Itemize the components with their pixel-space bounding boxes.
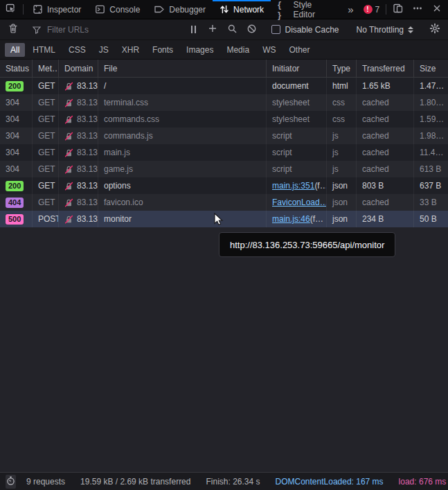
tab-debugger[interactable]: Debugger [147, 0, 213, 19]
filter-chip-html[interactable]: HTML [27, 43, 61, 57]
request-row[interactable]: 304GET83.136.25…main.jsscriptjscached11.… [0, 144, 448, 161]
initiator-link[interactable]: FaviconLoad… [272, 198, 327, 207]
disable-cache-toggle[interactable]: Disable Cache [266, 25, 344, 35]
search-button[interactable] [222, 24, 242, 36]
tab-console[interactable]: Console [88, 0, 147, 19]
console-icon [95, 4, 105, 15]
disable-cache-checkbox[interactable] [271, 25, 280, 34]
cell-size: 1.59… [414, 111, 448, 128]
cell-method: GET [33, 161, 59, 177]
new-request-button[interactable] [203, 24, 222, 35]
filter-chip-images[interactable]: Images [181, 43, 219, 57]
meatball-menu-icon [412, 3, 423, 16]
cell-transferred: 803 B [357, 177, 414, 194]
column-header-size[interactable]: Size [414, 60, 448, 77]
cell-transferred: cached [357, 128, 414, 144]
column-header-met[interactable]: Met… [33, 60, 59, 77]
cell-size: 637 B [414, 177, 448, 194]
performance-analysis-button[interactable] [6, 475, 16, 489]
block-icon [247, 24, 257, 36]
tab-inspector[interactable]: Inspector [26, 0, 88, 19]
cell-initiator: main.js:351 (f… [267, 177, 327, 194]
cell-status: 304 [0, 111, 33, 128]
filter-chip-ws[interactable]: WS [257, 43, 281, 57]
filter-chip-all[interactable]: All [5, 43, 25, 57]
cell-file: main.js [98, 144, 267, 161]
cell-status: 304 [0, 94, 33, 111]
cell-file: terminal.css [98, 94, 267, 111]
column-header-type[interactable]: Type [327, 60, 357, 77]
request-row[interactable]: 304GET83.136.25…commands.cssstylesheetcs… [0, 111, 448, 128]
filter-urls-input[interactable] [46, 24, 183, 35]
network-statusbar: 9 requests 19.59 kB / 2.69 kB transferre… [0, 472, 448, 490]
domain-text: 83.136.25… [77, 98, 98, 107]
network-settings-button[interactable] [425, 23, 445, 36]
filter-chip-fonts[interactable]: Fonts [147, 43, 179, 57]
cell-domain: 83.136.25… [59, 128, 98, 144]
cell-method: GET [33, 78, 59, 94]
insecure-lock-icon [64, 148, 73, 157]
filter-chip-media[interactable]: Media [221, 43, 255, 57]
cell-size: 33 B [414, 194, 448, 211]
gear-icon [429, 23, 440, 36]
pick-element-button[interactable] [1, 0, 21, 19]
filter-chip-js[interactable]: JS [93, 43, 114, 57]
cell-size: 1.80… [414, 94, 448, 111]
cell-size: 50 B [414, 211, 448, 227]
close-devtools-button[interactable] [427, 0, 447, 19]
responsive-mode-button[interactable] [388, 0, 408, 19]
inspector-icon [33, 4, 43, 15]
meatball-menu-button[interactable] [408, 0, 427, 19]
cell-transferred: cached [357, 111, 414, 128]
cell-type: js [327, 144, 357, 161]
cell-domain: 83.136.25… [59, 78, 98, 94]
cell-file: options [98, 177, 267, 194]
request-row[interactable]: 200GET83.136.25…/documenthtml1.65 kB1.47… [0, 78, 448, 94]
column-header-status[interactable]: Status [0, 60, 33, 77]
tab-label: Style Editor [294, 0, 336, 19]
request-row[interactable]: 304GET83.136.25…terminal.cssstylesheetcs… [0, 94, 448, 111]
tab-label: Network [233, 5, 264, 15]
filter-chip-other[interactable]: Other [283, 43, 315, 57]
request-row[interactable]: 404GET83.136.25…favicon.icoFaviconLoad…j… [0, 194, 448, 211]
cell-file: favicon.ico [98, 194, 267, 211]
funnel-icon [32, 25, 42, 35]
column-header-file[interactable]: File [98, 60, 267, 77]
insecure-lock-icon [64, 182, 73, 191]
filter-chip-css[interactable]: CSS [63, 43, 91, 57]
status-badge: 304 [6, 164, 19, 174]
pause-traffic-button[interactable] [183, 26, 203, 33]
status-badge: 304 [6, 131, 19, 141]
chevron-double-right-icon: » [348, 3, 353, 15]
tab-style-editor[interactable]: { }Style Editor [271, 0, 342, 19]
request-row[interactable]: 304GET83.136.25…game.jsscriptjscached613… [0, 161, 448, 177]
cell-initiator: main.js:46 (f… [267, 211, 327, 227]
tab-label: Console [109, 5, 140, 15]
column-header-initiator[interactable]: Initiator [267, 60, 327, 77]
column-header-domain[interactable]: Domain [59, 60, 98, 77]
request-row[interactable]: 304GET83.136.25…commands.jsscriptjscache… [0, 128, 448, 144]
request-row[interactable]: 200GET83.136.25…optionsmain.js:351 (f…js… [0, 177, 448, 194]
block-requests-button[interactable] [242, 24, 261, 36]
cell-method: GET [33, 194, 59, 211]
empty-area [0, 227, 448, 472]
error-badge-icon: ! [364, 5, 373, 14]
clear-requests-button[interactable] [3, 23, 23, 36]
initiator-link[interactable]: main.js:351 [272, 181, 314, 191]
tab-label: Debugger [169, 5, 206, 15]
cell-size: 613 B [414, 161, 448, 177]
stopwatch-icon [6, 475, 16, 488]
tab-network[interactable]: Network [213, 0, 271, 19]
domain-text: 83.136.25… [77, 114, 98, 124]
cell-domain: 83.136.25… [59, 177, 98, 194]
filter-chip-xhr[interactable]: XHR [116, 43, 145, 57]
column-header-transferred[interactable]: Transferred [357, 60, 414, 77]
cell-initiator: FaviconLoad… [267, 194, 327, 211]
cell-status: 200 [0, 177, 33, 194]
cell-domain: 83.136.25… [59, 144, 98, 161]
cell-file: commands.js [98, 128, 267, 144]
more-tabs-button[interactable]: » [342, 0, 359, 19]
error-count-button[interactable]: ! 7 [359, 0, 384, 19]
initiator-link[interactable]: main.js:46 [272, 214, 310, 224]
throttling-dropdown[interactable]: No Throttling [350, 25, 420, 35]
